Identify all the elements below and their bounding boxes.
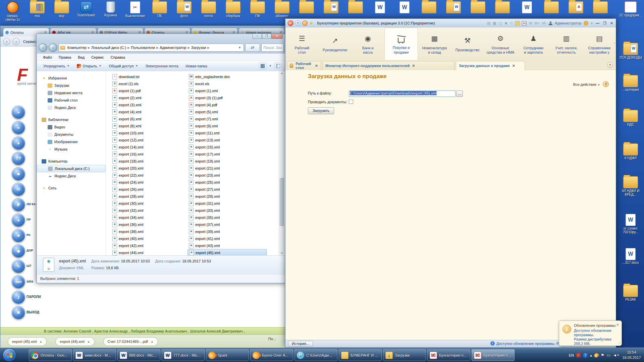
file-row[interactable]: export (3) (1).pdf (187, 94, 267, 101)
1c-maximize-button[interactable]: ❐ (602, 21, 607, 25)
star-icon[interactable]: ✩ (510, 21, 513, 25)
file-row[interactable]: export (26).xml (111, 186, 182, 193)
minimize-button[interactable]: — (253, 34, 262, 39)
ribbon-section-chart-up[interactable]: ↗Руководителю (318, 27, 351, 60)
browser-side-button[interactable]: ✉ (12, 183, 25, 196)
memory-plus-button[interactable]: M+ (535, 21, 540, 25)
desktop-icon[interactable]: Выключение (124, 1, 146, 21)
scrollbar-thumb[interactable] (280, 178, 284, 226)
file-row[interactable]: export (11).xml (187, 129, 267, 136)
breadcrumb-segment[interactable]: Администратор (159, 46, 187, 50)
file-row[interactable]: export (9).xml (187, 122, 267, 129)
browse-button[interactable]: ... (456, 90, 463, 97)
taskbar-button[interactable]: 888.docx - Mic... (117, 349, 160, 361)
desktop-icon[interactable]: Корзина (100, 1, 121, 21)
sidebar-item[interactable]: Документы (37, 131, 106, 138)
search-input[interactable]: Поиск: Заг.. (261, 44, 283, 52)
start-button[interactable] (3, 348, 16, 362)
file-row[interactable]: export (22).xml (111, 172, 182, 179)
file-row[interactable]: export (33).xml (187, 207, 267, 214)
file-row[interactable]: export (25).xml (187, 179, 267, 186)
side-button-icon[interactable]: ◆ (12, 244, 25, 258)
ribbon-section-report[interactable]: ▥Учет, налоги, отчетность (550, 27, 583, 60)
save-icon[interactable]: ▤ (487, 21, 490, 25)
browser-side-button[interactable]: ●ПР (12, 214, 25, 227)
side-button-icon[interactable]: ✉ (12, 183, 25, 196)
close-button[interactable]: ✕ (271, 34, 283, 39)
desktop-icon[interactable]: msi (26, 1, 48, 21)
browser-side-button[interactable]: ✎ШТ (12, 260, 25, 273)
sidebar-item[interactable]: Загрузки (37, 82, 106, 89)
star-add-icon[interactable]: ✭ (504, 21, 507, 25)
browser-side-button[interactable]: ♦ (12, 136, 25, 150)
toolbar-button[interactable]: Новая папка (183, 63, 210, 69)
calendar-icon[interactable]: 31 (522, 21, 527, 25)
1c-tab[interactable]: Рабочий стол✕ (287, 61, 321, 70)
sidebar-item[interactable]: Рабочий стол (37, 97, 106, 104)
file-row[interactable]: edo_soglashenie.doc (187, 73, 267, 80)
browser-side-button[interactable]: ◆ДОР (12, 244, 25, 258)
language-indicator[interactable]: EN (569, 353, 574, 357)
file-row[interactable]: export (12).xml (111, 136, 182, 143)
1c-close-button[interactable]: ✕ (609, 21, 614, 25)
breadcrumb-segment[interactable]: Пользователи (130, 46, 156, 50)
download-item-chevron-icon[interactable]: ▲ (151, 340, 154, 343)
ribbon-scroll-right-icon[interactable]: › (614, 41, 615, 45)
file-row[interactable]: export (37).xml (187, 221, 267, 228)
download-item[interactable]: export (45).xml▲ (8, 337, 47, 346)
file-row[interactable]: export (41).xml (187, 235, 267, 242)
file-row[interactable]: export (35).xml (187, 214, 267, 221)
toolbar-button[interactable]: Упорядочить▼ (40, 63, 72, 69)
file-row[interactable]: export (4).xml (111, 108, 182, 115)
print-icon[interactable]: ▦ (493, 21, 496, 25)
side-button-icon[interactable]: « (12, 121, 25, 134)
scroll-up-arrow[interactable]: ▲ (279, 72, 284, 75)
ribbon-section-truck[interactable]: ⚙Основные средства и НМА (484, 27, 517, 60)
ribbon-section-warehouse[interactable]: ▦Номенклатура и склад (418, 27, 451, 60)
scroll-down-arrow[interactable]: ▼ (279, 252, 284, 255)
file-row[interactable]: export (13).xml (187, 136, 267, 143)
side-button-icon[interactable]: ?? (12, 152, 25, 165)
desktop-icon[interactable]: фото (173, 1, 195, 21)
file-row[interactable]: export (38).xml (111, 228, 182, 235)
file-row[interactable]: download.txt (111, 73, 182, 80)
refresh-button[interactable]: ⇄ (245, 44, 260, 52)
taskbar-button[interactable]: Бухгалтерия п... (472, 349, 515, 361)
breadcrumb-segment[interactable]: Компьютер (66, 46, 88, 50)
browser-side-button[interactable]: ?? (12, 152, 25, 165)
ribbon-section-production[interactable]: ⚒Производство (451, 27, 484, 60)
toolbar-button[interactable]: Открыть▼ (74, 63, 104, 69)
file-row[interactable]: export (14).xml (111, 143, 182, 150)
network-tray-icon[interactable]: ▭ (607, 353, 610, 358)
ribbon-section-bank[interactable]: ◉Банк и касса (352, 27, 384, 60)
file-row[interactable]: export (1).pdf (111, 87, 182, 94)
sidebar-item[interactable]: Видео (37, 123, 106, 131)
browser-side-button[interactable]: SMSsms (12, 275, 25, 289)
side-button-icon[interactable]: ✖ (12, 306, 25, 319)
taskbar-button[interactable]: Spark (206, 349, 249, 361)
main-menu-dropdown-icon[interactable]: ▼ (295, 20, 301, 26)
file-row[interactable]: export (6).xml (111, 115, 182, 122)
taskbar-button[interactable]: Буяло Олег А... (250, 349, 293, 361)
desktop-icon[interactable]: ог сэлинг 70210ру... (619, 214, 643, 234)
back-button[interactable]: ‹ (39, 43, 47, 52)
file-row[interactable]: export (40).xml (111, 235, 182, 242)
tab-close-icon[interactable]: ✕ (315, 64, 318, 68)
download-item-chevron-icon[interactable]: ▲ (39, 340, 42, 343)
browser-side-button[interactable]: ⚷ПАРОЛИ (12, 291, 25, 304)
file-row[interactable]: export (21).xml (187, 165, 267, 172)
sidebar-group-header[interactable]: Библиотеки (37, 116, 106, 123)
browser-side-button[interactable]: ✖ВЫХОД (12, 306, 25, 319)
load-button[interactable]: Загрузить (308, 107, 334, 114)
download-item[interactable]: Счет 17-02441489-...pdf▲ (103, 337, 158, 346)
resize-grip[interactable]: ⠿ (619, 342, 621, 345)
file-row[interactable]: export (27).xml (187, 186, 267, 193)
taskbar-button[interactable]: Загрузки (383, 349, 426, 361)
menu-item[interactable]: Справка (107, 55, 128, 59)
tab-list-dropdown-icon[interactable]: ▼ (607, 62, 613, 68)
favorites-star-icon[interactable]: ★ (309, 20, 314, 26)
calculator-icon[interactable] (515, 21, 520, 25)
desktop-icon[interactable]: почта (198, 1, 219, 21)
side-button-icon[interactable]: ⚷ (12, 291, 25, 304)
file-row[interactable]: export (2).xml (111, 94, 182, 101)
